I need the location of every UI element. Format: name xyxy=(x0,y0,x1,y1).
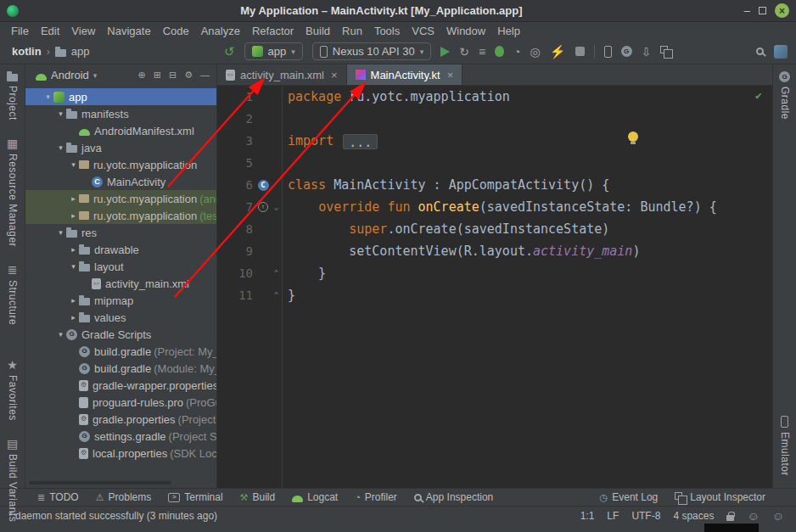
code-line[interactable]: 7⌄ override fun onCreate(savedInstanceSt… xyxy=(217,196,772,218)
tree-item-drawable[interactable]: ▸drawable xyxy=(25,241,216,258)
tree-item-layout[interactable]: ▾layout xyxy=(25,258,216,275)
search-everywhere-icon[interactable] xyxy=(756,48,764,55)
tree-item-androidmanifest-xml[interactable]: AndroidManifest.xml xyxy=(25,122,216,139)
chevron-down-icon[interactable]: ▾ xyxy=(55,228,66,237)
tree-item-settings-gradle[interactable]: settings.gradle(Project Setti xyxy=(25,428,216,445)
chevron-down-icon[interactable]: ▾ xyxy=(55,330,66,339)
run-icon[interactable] xyxy=(440,47,450,57)
status-4-spaces[interactable]: 4 spaces xyxy=(673,510,714,522)
device-manager-icon[interactable] xyxy=(604,46,612,58)
apply-code-changes-icon[interactable]: ≡ xyxy=(479,46,485,58)
restart-activity-icon[interactable]: ↻ xyxy=(459,46,469,58)
code-line[interactable]: 2 xyxy=(217,108,772,130)
collapse-all-icon[interactable]: ⊟ xyxy=(169,70,177,80)
settings-icon[interactable]: ⚙ xyxy=(184,70,193,80)
tree-item-app[interactable]: ▾app xyxy=(25,88,216,105)
tree-item-gradle-wrapper-properties[interactable]: gradle-wrapper.properties(G xyxy=(25,377,216,394)
code-line[interactable]: 6class MainActivity : AppCompatActivity(… xyxy=(217,174,772,196)
tool-window-button-build[interactable]: ⚒Build xyxy=(232,491,284,503)
close-tab-icon[interactable]: × xyxy=(447,69,454,81)
chevron-down-icon[interactable]: ▾ xyxy=(42,92,53,101)
tree-item-gradle-properties[interactable]: gradle.properties(Project Pr xyxy=(25,411,216,428)
device-select[interactable]: Nexus 10 API 30▾ xyxy=(312,42,431,60)
status-1-1[interactable]: 1:1 xyxy=(580,510,595,522)
menu-help[interactable]: Help xyxy=(491,25,526,37)
tab-activity-main-xml[interactable]: activity_main.xml× xyxy=(217,64,347,85)
tool-button-emulator[interactable]: Emulator xyxy=(779,416,791,476)
chevron-right-icon[interactable]: ▸ xyxy=(68,313,79,322)
chevron-down-icon[interactable]: ▾ xyxy=(55,109,66,118)
tree-item-build-gradle[interactable]: build.gradle(Module: My_Ap xyxy=(25,360,216,377)
minimize-icon[interactable]: – xyxy=(744,5,750,16)
tool-button-resource-manager[interactable]: ▦Resource Manager xyxy=(7,137,19,247)
menu-tools[interactable]: Tools xyxy=(368,25,406,37)
hide-panel-icon[interactable]: — xyxy=(200,70,210,80)
menu-window[interactable]: Window xyxy=(440,25,491,37)
tree-item-local-properties[interactable]: local.properties(SDK Locatio xyxy=(25,445,216,462)
lock-icon[interactable] xyxy=(726,515,734,521)
profile-avatar-icon[interactable] xyxy=(774,45,788,59)
chevron-right-icon[interactable]: ▸ xyxy=(68,296,79,305)
chevron-right-icon[interactable]: ▸ xyxy=(68,245,79,254)
sync-project-icon[interactable]: ↺ xyxy=(224,45,235,58)
fold-marker-icon[interactable]: ⌃ xyxy=(270,284,283,306)
debug-icon[interactable] xyxy=(495,46,504,57)
tree-item-values[interactable]: ▸values xyxy=(25,309,216,326)
menu-code[interactable]: Code xyxy=(157,25,195,37)
inspections-ok-icon[interactable]: ✔ xyxy=(755,89,762,102)
apply-changes-icon[interactable]: ⚡ xyxy=(550,45,566,58)
code-editor[interactable]: 1package ru.yotc.myapplication23import .… xyxy=(217,86,772,488)
tree-item-build-gradle[interactable]: build.gradle(Project: My_Ap xyxy=(25,343,216,360)
fold-marker-icon[interactable]: ⌃ xyxy=(270,262,283,284)
tool-window-button-event-log[interactable]: ◷Event Log xyxy=(591,491,667,503)
chevron-right-icon[interactable]: ▸ xyxy=(68,194,79,203)
sdk-manager-icon[interactable]: ⇩ xyxy=(642,46,652,58)
horizontal-scrollbar[interactable] xyxy=(29,481,171,484)
tool-window-button-layout-inspector[interactable]: Layout Inspector xyxy=(666,491,774,503)
tree-item-ru-yotc-myapplication[interactable]: ▸ru.yotc.myapplication(test) xyxy=(25,207,216,224)
breadcrumb-root[interactable]: kotlin xyxy=(12,45,42,58)
tree-item-activity-main-xml[interactable]: activity_main.xml xyxy=(25,275,216,292)
attach-debugger-icon[interactable]: ◎ xyxy=(530,46,541,58)
menu-analyze[interactable]: Analyze xyxy=(195,25,246,37)
breadcrumb-module[interactable]: app xyxy=(71,45,90,58)
maximize-icon[interactable] xyxy=(759,7,766,14)
tree-item-mainactivity[interactable]: MainActivity xyxy=(25,173,216,190)
sync-gradle-icon[interactable] xyxy=(621,46,632,57)
tree-item-proguard-rules-pro[interactable]: proguard-rules.pro(ProGuar xyxy=(25,394,216,411)
class-icon[interactable] xyxy=(258,180,269,191)
menu-vcs[interactable]: VCS xyxy=(406,25,440,37)
chevron-down-icon[interactable]: ▾ xyxy=(68,160,79,169)
code-line[interactable]: 9 setContentView(R.layout.activity_main) xyxy=(217,240,772,262)
tool-button-project[interactable]: Project xyxy=(7,71,19,120)
tool-window-button-todo[interactable]: ≣TODO xyxy=(29,491,87,503)
locate-file-icon[interactable]: ⊕ xyxy=(137,70,145,80)
tool-button-favorites[interactable]: ★Favorites xyxy=(7,359,19,421)
expand-all-icon[interactable]: ⊞ xyxy=(154,70,161,80)
tool-window-button-logcat[interactable]: Logcat xyxy=(283,491,346,503)
code-line[interactable]: 10⌃ } xyxy=(217,262,772,284)
project-view-selector[interactable]: Android xyxy=(51,69,89,81)
menu-run[interactable]: Run xyxy=(336,25,368,37)
tool-window-button-profiler[interactable]: ◔Profiler xyxy=(346,491,406,503)
feedback-smiley-icon[interactable]: ☺ xyxy=(747,510,759,522)
menu-build[interactable]: Build xyxy=(300,25,336,37)
tool-window-button-terminal[interactable]: >Terminal xyxy=(160,491,231,503)
inspections-indicator-icon[interactable]: ☺ xyxy=(772,510,784,522)
menu-refactor[interactable]: Refactor xyxy=(246,25,300,37)
profile-icon[interactable]: ◔ xyxy=(513,46,520,58)
tree-item-ru-yotc-myapplication[interactable]: ▸ru.yotc.myapplication(androidTest) xyxy=(25,190,216,207)
menu-edit[interactable]: Edit xyxy=(35,25,65,37)
chevron-down-icon[interactable]: ▾ xyxy=(68,262,79,271)
tree-item-mipmap[interactable]: ▸mipmap xyxy=(25,292,216,309)
code-line[interactable]: 11⌃} xyxy=(217,284,772,306)
tree-item-res[interactable]: ▾res xyxy=(25,224,216,241)
code-line[interactable]: 5 xyxy=(217,152,772,174)
tool-button-gradle[interactable]: Gradle xyxy=(779,71,791,120)
code-line[interactable]: 8 super.onCreate(savedInstanceState) xyxy=(217,218,772,240)
layout-inspector-toolbar-icon[interactable] xyxy=(660,46,668,53)
fold-marker-icon[interactable]: ⌄ xyxy=(270,196,283,218)
close-tab-icon[interactable]: × xyxy=(331,69,338,81)
menu-view[interactable]: View xyxy=(65,25,101,37)
stop-icon[interactable] xyxy=(575,47,585,56)
